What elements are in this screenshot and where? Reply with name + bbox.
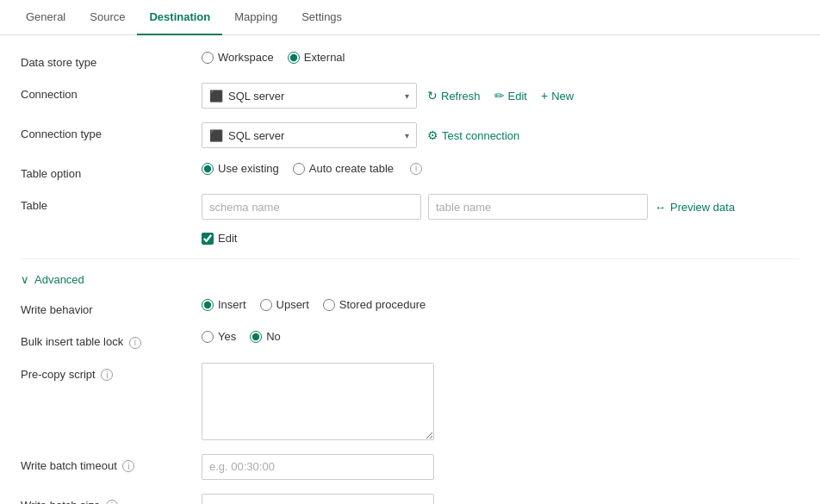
workspace-radio[interactable] <box>202 52 214 64</box>
table-option-row: Table option Use existing Auto create ta… <box>21 162 799 180</box>
edit-label: Edit <box>508 90 527 103</box>
write-batch-size-row: Write batch size i <box>21 494 799 505</box>
write-batch-timeout-info-icon: i <box>122 460 134 472</box>
workspace-radio-label[interactable]: Workspace <box>202 51 274 64</box>
connection-control: ⬛ SQL server ▾ ↻ Refresh ✏ Edit + New <box>202 83 577 109</box>
pre-copy-script-row: Pre-copy script i <box>21 363 799 440</box>
connection-type-row: Connection type ⬛ SQL server ▾ ⚙ Test co… <box>21 122 799 148</box>
upsert-radio-label[interactable]: Upsert <box>260 298 309 311</box>
test-connection-button[interactable]: ⚙ Test connection <box>424 127 523 144</box>
table-row: Table ↔ Preview data Edit <box>21 194 799 245</box>
bulk-insert-radio-group: Yes No <box>202 330 281 343</box>
bulk-insert-label: Bulk insert table lock i <box>21 330 202 349</box>
use-existing-radio-text: Use existing <box>218 162 279 175</box>
pre-copy-script-label: Pre-copy script i <box>21 363 202 382</box>
edit-checkbox[interactable] <box>202 233 214 245</box>
write-batch-size-control <box>202 494 434 505</box>
new-label: New <box>551 90 574 103</box>
workspace-radio-text: Workspace <box>218 51 274 64</box>
use-existing-radio-label[interactable]: Use existing <box>202 162 279 175</box>
sql-server-icon-conn: ⬛ <box>209 89 223 103</box>
auto-create-radio[interactable] <box>293 163 305 175</box>
bulk-yes-radio-text: Yes <box>218 330 236 343</box>
insert-radio-label[interactable]: Insert <box>202 298 246 311</box>
advanced-section-label: Advanced <box>34 273 84 286</box>
refresh-button[interactable]: ↻ Refresh <box>424 87 484 104</box>
test-connection-icon: ⚙ <box>427 128 438 142</box>
table-label: Table <box>21 194 202 212</box>
tab-destination[interactable]: Destination <box>137 0 222 35</box>
auto-create-radio-label[interactable]: Auto create table <box>293 162 394 175</box>
advanced-section-header[interactable]: ∨ Advanced <box>21 273 799 286</box>
table-control: ↔ Preview data Edit <box>202 194 735 245</box>
table-name-input[interactable] <box>428 194 648 220</box>
table-option-control: Use existing Auto create table i <box>202 162 422 175</box>
table-option-info-icon: i <box>410 163 422 175</box>
new-icon: + <box>541 89 548 103</box>
stored-procedure-radio-label[interactable]: Stored procedure <box>323 298 426 311</box>
connection-label: Connection <box>21 83 202 101</box>
bulk-insert-info-icon: i <box>129 337 141 349</box>
schema-name-input[interactable] <box>202 194 421 220</box>
write-behavior-radio-group: Insert Upsert Stored procedure <box>202 298 426 311</box>
stored-procedure-radio-text: Stored procedure <box>339 298 426 311</box>
write-batch-size-label-text: Write batch size <box>21 499 100 505</box>
bulk-yes-radio-label[interactable]: Yes <box>202 330 236 343</box>
connection-select[interactable]: ⬛ SQL server ▾ <box>202 83 417 109</box>
data-store-type-control: Workspace External <box>202 51 345 64</box>
tab-general[interactable]: General <box>14 0 78 35</box>
write-batch-timeout-input[interactable] <box>202 454 434 480</box>
edit-button[interactable]: ✏ Edit <box>491 87 531 104</box>
connection-row: Connection ⬛ SQL server ▾ ↻ Refresh ✏ Ed… <box>21 83 799 109</box>
pre-copy-script-control <box>202 363 434 440</box>
bulk-no-radio-label[interactable]: No <box>250 330 281 343</box>
write-batch-timeout-row: Write batch timeout i <box>21 454 799 480</box>
bulk-yes-radio[interactable] <box>202 331 214 343</box>
data-store-type-label: Data store type <box>21 51 202 69</box>
use-existing-radio[interactable] <box>202 163 214 175</box>
write-batch-timeout-label: Write batch timeout i <box>21 454 202 473</box>
preview-icon: ↔ <box>655 201 666 214</box>
write-behavior-label: Write behavior <box>21 298 202 316</box>
connection-type-dropdown-arrow: ▾ <box>405 131 409 140</box>
connection-type-select[interactable]: ⬛ SQL server ▾ <box>202 122 417 148</box>
write-batch-timeout-label-text: Write batch timeout <box>21 459 117 472</box>
edit-checkbox-text: Edit <box>218 232 237 245</box>
bulk-insert-control: Yes No <box>202 330 281 343</box>
connection-type-select-value: SQL server <box>228 129 398 142</box>
preview-data-link[interactable]: ↔ Preview data <box>655 201 735 214</box>
tab-source[interactable]: Source <box>78 0 137 35</box>
external-radio-text: External <box>304 51 345 64</box>
external-radio-label[interactable]: External <box>288 51 345 64</box>
bulk-no-radio[interactable] <box>250 331 262 343</box>
upsert-radio-text: Upsert <box>276 298 309 311</box>
write-behavior-row: Write behavior Insert Upsert Stored proc… <box>21 298 799 316</box>
bulk-insert-label-text: Bulk insert table lock <box>21 335 123 348</box>
external-radio[interactable] <box>288 52 300 64</box>
edit-checkbox-row: Edit <box>202 232 237 245</box>
form-content: Data store type Workspace External Conne… <box>0 35 820 504</box>
table-inputs-row: ↔ Preview data <box>202 194 735 220</box>
tab-bar: General Source Destination Mapping Setti… <box>0 0 820 35</box>
table-option-radio-group: Use existing Auto create table i <box>202 162 422 175</box>
write-behavior-control: Insert Upsert Stored procedure <box>202 298 426 311</box>
insert-radio[interactable] <box>202 299 214 311</box>
write-batch-size-input[interactable] <box>202 494 434 505</box>
stored-procedure-radio[interactable] <box>323 299 335 311</box>
tab-mapping[interactable]: Mapping <box>222 0 289 35</box>
upsert-radio[interactable] <box>260 299 272 311</box>
insert-radio-text: Insert <box>218 298 246 311</box>
write-batch-timeout-control <box>202 454 434 480</box>
bulk-no-radio-text: No <box>266 330 281 343</box>
auto-create-radio-text: Auto create table <box>309 162 394 175</box>
refresh-label: Refresh <box>441 90 481 103</box>
tab-settings[interactable]: Settings <box>289 0 354 35</box>
edit-checkbox-label[interactable]: Edit <box>202 232 237 245</box>
write-batch-size-label: Write batch size i <box>21 494 202 505</box>
new-button[interactable]: + New <box>537 87 577 104</box>
advanced-divider <box>21 258 799 259</box>
preview-label: Preview data <box>670 201 735 214</box>
table-option-label: Table option <box>21 162 202 180</box>
pre-copy-script-textarea[interactable] <box>202 363 434 440</box>
refresh-icon: ↻ <box>427 89 438 103</box>
